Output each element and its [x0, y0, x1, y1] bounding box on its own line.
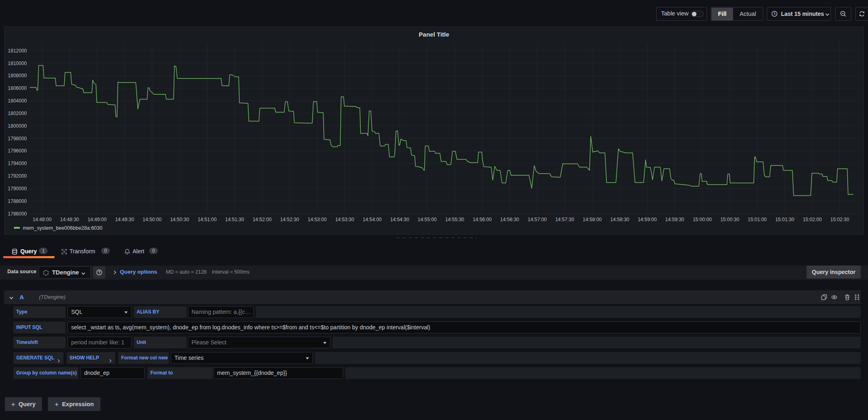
svg-text:14:59:30: 14:59:30 — [665, 217, 684, 222]
svg-text:14:50:00: 14:50:00 — [143, 217, 162, 222]
svg-text:1790000: 1790000 — [8, 186, 27, 192]
svg-text:14:58:30: 14:58:30 — [610, 217, 629, 222]
svg-text:mem_system_bee006bbe28a:6030: mem_system_bee006bbe28a:6030 — [23, 225, 102, 231]
svg-text:15:01:30: 15:01:30 — [775, 217, 794, 222]
svg-text:15:02:00: 15:02:00 — [803, 217, 822, 222]
svg-text:1798000: 1798000 — [8, 136, 27, 141]
svg-text:14:55:30: 14:55:30 — [445, 217, 464, 222]
svg-text:14:48:00: 14:48:00 — [33, 217, 52, 222]
svg-text:14:57:00: 14:57:00 — [528, 217, 547, 222]
svg-text:1788000: 1788000 — [8, 198, 27, 204]
svg-text:1810000: 1810000 — [8, 61, 27, 66]
svg-text:14:54:00: 14:54:00 — [363, 217, 382, 222]
svg-text:15:02:30: 15:02:30 — [830, 217, 849, 222]
svg-text:14:50:30: 14:50:30 — [170, 217, 189, 222]
svg-text:14:52:30: 14:52:30 — [280, 217, 299, 222]
svg-text:1806000: 1806000 — [8, 85, 27, 91]
svg-text:14:54:30: 14:54:30 — [390, 217, 409, 222]
svg-text:14:55:00: 14:55:00 — [418, 217, 437, 222]
svg-text:14:52:00: 14:52:00 — [252, 217, 272, 222]
svg-text:14:49:00: 14:49:00 — [87, 217, 107, 222]
svg-text:14:49:30: 14:49:30 — [115, 217, 134, 222]
svg-text:1794000: 1794000 — [8, 161, 27, 166]
svg-text:15:00:30: 15:00:30 — [720, 217, 740, 222]
svg-text:14:56:30: 14:56:30 — [500, 217, 519, 222]
svg-text:14:58:00: 14:58:00 — [583, 217, 602, 222]
svg-text:1812000: 1812000 — [8, 48, 27, 54]
svg-text:1792000: 1792000 — [8, 173, 27, 179]
svg-text:1802000: 1802000 — [8, 111, 27, 116]
svg-text:14:51:30: 14:51:30 — [225, 217, 244, 222]
svg-text:14:57:30: 14:57:30 — [555, 217, 574, 222]
svg-text:14:59:00: 14:59:00 — [638, 217, 657, 222]
svg-text:1808000: 1808000 — [8, 73, 27, 78]
svg-text:15:01:00: 15:01:00 — [748, 217, 767, 222]
svg-text:14:53:00: 14:53:00 — [308, 217, 327, 222]
svg-text:15:00:00: 15:00:00 — [693, 217, 712, 222]
svg-text:1796000: 1796000 — [8, 148, 27, 154]
svg-text:14:48:30: 14:48:30 — [60, 217, 79, 222]
svg-text:14:53:30: 14:53:30 — [335, 217, 354, 222]
svg-text:14:51:00: 14:51:00 — [198, 217, 217, 222]
svg-text:1800000: 1800000 — [8, 123, 27, 129]
svg-text:1786000: 1786000 — [8, 211, 27, 217]
svg-text:14:56:00: 14:56:00 — [473, 217, 492, 222]
svg-text:1804000: 1804000 — [8, 98, 27, 104]
